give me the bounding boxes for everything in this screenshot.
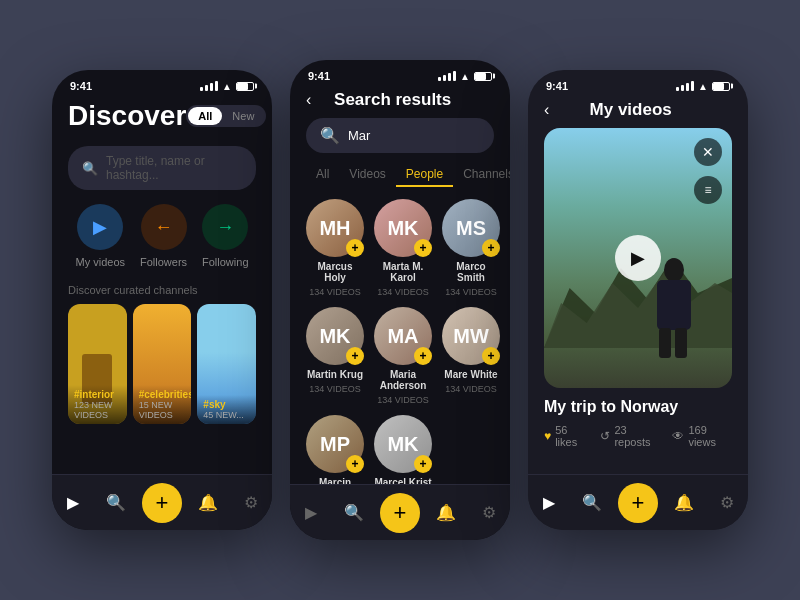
add-person-5[interactable]: + — [482, 347, 500, 365]
channel-interior[interactable]: #interior 123 NEW VIDEOS — [68, 304, 127, 424]
my-videos-action[interactable]: ▶ My videos — [75, 204, 125, 268]
search-input-bar[interactable]: 🔍 ✕ — [306, 118, 494, 153]
channel-info-interior: #interior 123 NEW VIDEOS — [68, 385, 127, 424]
nav-add-1[interactable]: + — [142, 483, 182, 523]
search-icon-2: 🔍 — [320, 126, 340, 145]
video-title: My trip to Norway — [544, 398, 732, 416]
person-card-2: MS + Marco Smith 134 VIDEOS — [442, 199, 500, 297]
wifi-icon-3: ▲ — [698, 81, 708, 92]
signal-icon-2 — [438, 71, 456, 81]
quick-actions: ▶ My videos ← Followers → Following — [68, 204, 256, 268]
nav-gear-2[interactable]: ⚙ — [473, 497, 505, 529]
avatar-wrap-7: MK + — [374, 415, 432, 473]
discover-header: Discover All New — [52, 96, 272, 132]
person-card-0: MH + Marcus Holy 134 VIDEOS — [306, 199, 364, 297]
nav-search-3[interactable]: 🔍 — [576, 487, 608, 519]
battery-icon — [236, 82, 254, 91]
nav-bell-1[interactable]: 🔔 — [192, 487, 224, 519]
filter-tabs: All Videos People Channels Hashtag — [290, 163, 510, 187]
add-person-7[interactable]: + — [414, 455, 432, 473]
status-icons-1: ▲ — [200, 81, 254, 92]
search-results-title: Search results — [321, 90, 464, 110]
channel-info-celeb: #celebrities 15 NEW VIDEOS — [133, 385, 192, 424]
person-name-3: Martin Krug — [307, 369, 363, 380]
filter-channels[interactable]: Channels — [453, 163, 510, 187]
filter-people[interactable]: People — [396, 163, 453, 187]
person-count-3: 134 VIDEOS — [309, 384, 361, 394]
my-videos-header: ‹ My videos — [528, 96, 748, 128]
eye-icon: 👁 — [672, 429, 684, 443]
avatar-wrap-0: MH + — [306, 199, 364, 257]
channels-grid: #interior 123 NEW VIDEOS #celebrities 15… — [52, 304, 272, 424]
channel-tag-1: #celebrities — [139, 389, 186, 400]
filter-videos[interactable]: Videos — [339, 163, 395, 187]
my-videos-title: My videos — [559, 100, 702, 120]
nav-play-2[interactable]: ▶ — [295, 497, 327, 529]
search-icon: 🔍 — [82, 161, 98, 176]
tab-all[interactable]: All — [188, 107, 222, 125]
channel-sky[interactable]: #sky 45 NEW... — [197, 304, 256, 424]
my-videos-label: My videos — [75, 256, 125, 268]
views-stat: 👁 169 views — [672, 424, 732, 448]
video-info: My trip to Norway ♥ 56 likes ↺ 23 repost… — [528, 388, 748, 448]
signal-icon-3 — [676, 81, 694, 91]
nav-gear-3[interactable]: ⚙ — [711, 487, 743, 519]
back-button-3[interactable]: ‹ — [544, 101, 549, 119]
video-stats: ♥ 56 likes ↺ 23 reposts 👁 169 views — [544, 424, 732, 448]
nav-search-1[interactable]: 🔍 — [100, 487, 132, 519]
followers-action[interactable]: ← Followers — [140, 204, 187, 268]
add-person-1[interactable]: + — [414, 239, 432, 257]
avatar-wrap-4: MA + — [374, 307, 432, 365]
filter-all[interactable]: All — [306, 163, 339, 187]
battery-icon-3 — [712, 82, 730, 91]
views-count: 169 views — [688, 424, 732, 448]
nav-add-2[interactable]: + — [380, 493, 420, 533]
video-overlay: ✕ ≡ ▶ — [544, 128, 732, 388]
channel-tag-2: #sky — [203, 399, 250, 410]
nav-bell-3[interactable]: 🔔 — [668, 487, 700, 519]
person-card-4: MA + Maria Anderson 134 VIDEOS — [374, 307, 432, 405]
person-count-0: 134 VIDEOS — [309, 287, 361, 297]
add-person-2[interactable]: + — [482, 239, 500, 257]
video-menu-button[interactable]: ≡ — [694, 176, 722, 204]
people-grid: MH + Marcus Holy 134 VIDEOS MK + Marta M… — [290, 199, 510, 513]
discover-search[interactable]: 🔍 Type title, name or hashtag... — [68, 146, 256, 190]
following-action[interactable]: → Following — [202, 204, 248, 268]
nav-search-2[interactable]: 🔍 — [338, 497, 370, 529]
channels-section-title: Discover curated channels — [52, 284, 272, 296]
person-count-5: 134 VIDEOS — [445, 384, 497, 394]
person-card-3: MK + Martin Krug 134 VIDEOS — [306, 307, 364, 405]
video-close-button[interactable]: ✕ — [694, 138, 722, 166]
avatar-wrap-2: MS + — [442, 199, 500, 257]
add-person-0[interactable]: + — [346, 239, 364, 257]
video-player: ✕ ≡ ▶ — [544, 128, 732, 388]
nav-add-3[interactable]: + — [618, 483, 658, 523]
channel-info-sky: #sky 45 NEW... — [197, 395, 256, 424]
search-header: ‹ Search results — [290, 86, 510, 118]
heart-icon: ♥ — [544, 429, 551, 443]
nav-play-1[interactable]: ▶ — [57, 487, 89, 519]
person-name-2: Marco Smith — [442, 261, 500, 283]
discover-tabs[interactable]: All New — [186, 105, 266, 127]
search-placeholder: Type title, name or hashtag... — [106, 154, 242, 182]
add-person-6[interactable]: + — [346, 455, 364, 473]
person-count-4: 134 VIDEOS — [377, 395, 429, 405]
avatar-wrap-6: MP + — [306, 415, 364, 473]
nav-bell-2[interactable]: 🔔 — [430, 497, 462, 529]
nav-gear-1[interactable]: ⚙ — [235, 487, 267, 519]
person-name-0: Marcus Holy — [306, 261, 364, 283]
phone-search: 9:41 ▲ ‹ Search results 🔍 ✕ All Videos P… — [290, 60, 510, 540]
channel-celebrities[interactable]: #celebrities 15 NEW VIDEOS — [133, 304, 192, 424]
person-name-5: Mare White — [444, 369, 497, 380]
channel-count-2: 45 NEW... — [203, 410, 250, 420]
back-button[interactable]: ‹ — [306, 91, 311, 109]
search-input[interactable] — [348, 128, 510, 143]
nav-play-3[interactable]: ▶ — [533, 487, 565, 519]
likes-count: 56 likes — [555, 424, 588, 448]
signal-icon — [200, 81, 218, 91]
play-button-center[interactable]: ▶ — [615, 235, 661, 281]
add-person-3[interactable]: + — [346, 347, 364, 365]
add-person-4[interactable]: + — [414, 347, 432, 365]
my-videos-icon: ▶ — [77, 204, 123, 250]
tab-new[interactable]: New — [222, 107, 264, 125]
